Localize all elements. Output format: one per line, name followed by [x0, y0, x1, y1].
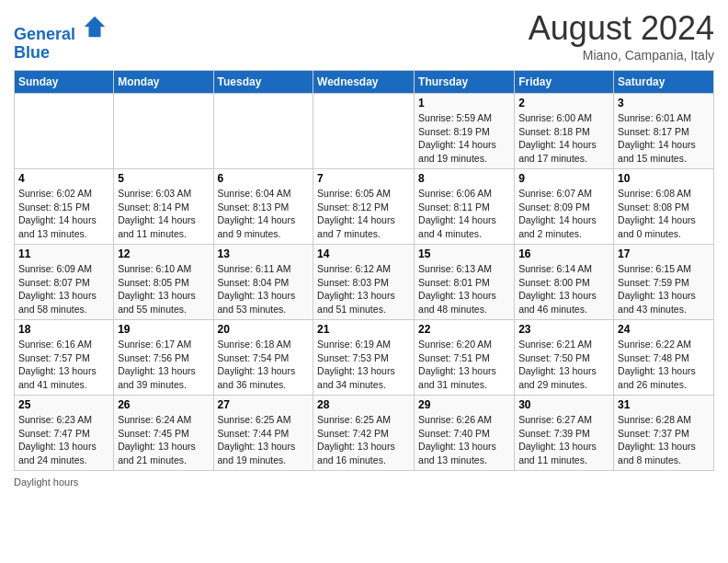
day-number: 25 — [18, 398, 109, 411]
day-cell: 28Sunrise: 6:25 AM Sunset: 7:42 PM Dayli… — [313, 396, 415, 471]
day-number: 31 — [618, 398, 710, 411]
logo-blue: Blue — [14, 43, 50, 62]
day-number: 4 — [18, 172, 109, 185]
day-cell: 9Sunrise: 6:07 AM Sunset: 8:09 PM Daylig… — [515, 169, 614, 245]
day-number: 26 — [118, 398, 209, 411]
header-wednesday: Wednesday — [313, 71, 415, 94]
day-number: 2 — [518, 97, 609, 109]
day-cell: 19Sunrise: 6:17 AM Sunset: 7:56 PM Dayli… — [114, 320, 213, 396]
day-info: Sunrise: 6:25 AM Sunset: 7:44 PM Dayligh… — [218, 413, 310, 467]
week-row-2: 11Sunrise: 6:09 AM Sunset: 8:07 PM Dayli… — [15, 245, 714, 320]
day-cell: 25Sunrise: 6:23 AM Sunset: 7:47 PM Dayli… — [15, 396, 114, 471]
day-number: 7 — [317, 172, 410, 185]
logo-icon — [82, 14, 108, 40]
day-cell: 13Sunrise: 6:11 AM Sunset: 8:04 PM Dayli… — [213, 245, 313, 320]
day-cell: 22Sunrise: 6:20 AM Sunset: 7:51 PM Dayli… — [415, 320, 515, 396]
day-info: Sunrise: 5:59 AM Sunset: 8:19 PM Dayligh… — [418, 111, 510, 166]
day-number: 9 — [518, 172, 609, 185]
day-info: Sunrise: 6:25 AM Sunset: 7:42 PM Dayligh… — [317, 413, 410, 467]
day-number: 28 — [317, 398, 410, 411]
page-header: General Blue August 2024 Miano, Campania… — [14, 9, 714, 63]
calendar-header-row: SundayMondayTuesdayWednesdayThursdayFrid… — [15, 71, 714, 94]
day-number: 8 — [418, 172, 510, 185]
day-info: Sunrise: 6:23 AM Sunset: 7:47 PM Dayligh… — [18, 413, 109, 467]
day-info: Sunrise: 6:00 AM Sunset: 8:18 PM Dayligh… — [518, 111, 609, 166]
day-number: 17 — [618, 247, 710, 260]
day-info: Sunrise: 6:02 AM Sunset: 8:15 PM Dayligh… — [18, 187, 109, 241]
day-info: Sunrise: 6:12 AM Sunset: 8:03 PM Dayligh… — [317, 262, 410, 316]
day-info: Sunrise: 6:03 AM Sunset: 8:14 PM Dayligh… — [118, 187, 209, 241]
header-monday: Monday — [114, 71, 213, 94]
day-number: 5 — [118, 172, 209, 185]
day-number: 22 — [418, 323, 510, 336]
day-cell: 17Sunrise: 6:15 AM Sunset: 7:59 PM Dayli… — [614, 245, 714, 320]
day-number: 27 — [218, 398, 310, 411]
day-number: 1 — [418, 97, 510, 109]
day-cell — [15, 94, 114, 169]
day-cell: 20Sunrise: 6:18 AM Sunset: 7:54 PM Dayli… — [213, 320, 313, 396]
header-friday: Friday — [515, 71, 614, 94]
header-saturday: Saturday — [614, 71, 714, 94]
day-info: Sunrise: 6:13 AM Sunset: 8:01 PM Dayligh… — [418, 262, 510, 316]
day-info: Sunrise: 6:16 AM Sunset: 7:57 PM Dayligh… — [18, 338, 109, 392]
svg-marker-0 — [85, 17, 105, 37]
header-thursday: Thursday — [415, 71, 515, 94]
day-cell: 12Sunrise: 6:10 AM Sunset: 8:05 PM Dayli… — [114, 245, 213, 320]
day-number: 12 — [118, 247, 209, 260]
day-number: 6 — [218, 172, 310, 185]
day-cell — [313, 94, 415, 169]
day-cell: 30Sunrise: 6:27 AM Sunset: 7:39 PM Dayli… — [515, 396, 614, 471]
week-row-4: 25Sunrise: 6:23 AM Sunset: 7:47 PM Dayli… — [15, 396, 714, 471]
week-row-1: 4Sunrise: 6:02 AM Sunset: 8:15 PM Daylig… — [15, 169, 714, 245]
day-number: 11 — [18, 247, 109, 260]
day-info: Sunrise: 6:26 AM Sunset: 7:40 PM Dayligh… — [418, 413, 510, 467]
day-info: Sunrise: 6:09 AM Sunset: 8:07 PM Dayligh… — [18, 262, 109, 316]
day-cell: 27Sunrise: 6:25 AM Sunset: 7:44 PM Dayli… — [213, 396, 313, 471]
day-info: Sunrise: 6:14 AM Sunset: 8:00 PM Dayligh… — [518, 262, 609, 316]
day-cell: 18Sunrise: 6:16 AM Sunset: 7:57 PM Dayli… — [15, 320, 114, 396]
day-info: Sunrise: 6:19 AM Sunset: 7:53 PM Dayligh… — [317, 338, 410, 392]
day-cell: 23Sunrise: 6:21 AM Sunset: 7:50 PM Dayli… — [515, 320, 614, 396]
day-info: Sunrise: 6:07 AM Sunset: 8:09 PM Dayligh… — [518, 187, 609, 241]
logo-general: General — [14, 25, 75, 43]
day-cell: 2Sunrise: 6:00 AM Sunset: 8:18 PM Daylig… — [515, 94, 614, 169]
day-cell: 14Sunrise: 6:12 AM Sunset: 8:03 PM Dayli… — [313, 245, 415, 320]
day-info: Sunrise: 6:04 AM Sunset: 8:13 PM Dayligh… — [218, 187, 310, 241]
day-info: Sunrise: 6:10 AM Sunset: 8:05 PM Dayligh… — [118, 262, 209, 316]
day-number: 15 — [418, 247, 510, 260]
title-block: August 2024 Miano, Campania, Italy — [529, 9, 714, 63]
calendar-table: SundayMondayTuesdayWednesdayThursdayFrid… — [14, 70, 714, 471]
day-info: Sunrise: 6:22 AM Sunset: 7:48 PM Dayligh… — [618, 338, 710, 392]
day-number: 16 — [518, 247, 609, 260]
month-year: August 2024 — [529, 9, 714, 48]
day-info: Sunrise: 6:21 AM Sunset: 7:50 PM Dayligh… — [518, 338, 609, 392]
day-number: 18 — [18, 323, 109, 336]
day-cell: 4Sunrise: 6:02 AM Sunset: 8:15 PM Daylig… — [15, 169, 114, 245]
day-cell: 1Sunrise: 5:59 AM Sunset: 8:19 PM Daylig… — [415, 94, 515, 169]
day-number: 14 — [317, 247, 410, 260]
day-info: Sunrise: 6:24 AM Sunset: 7:45 PM Dayligh… — [118, 413, 209, 467]
day-info: Sunrise: 6:18 AM Sunset: 7:54 PM Dayligh… — [218, 338, 310, 392]
day-cell: 21Sunrise: 6:19 AM Sunset: 7:53 PM Dayli… — [313, 320, 415, 396]
day-cell: 15Sunrise: 6:13 AM Sunset: 8:01 PM Dayli… — [415, 245, 515, 320]
day-cell: 6Sunrise: 6:04 AM Sunset: 8:13 PM Daylig… — [213, 169, 313, 245]
day-number: 23 — [518, 323, 609, 336]
day-info: Sunrise: 6:06 AM Sunset: 8:11 PM Dayligh… — [418, 187, 510, 241]
day-cell: 3Sunrise: 6:01 AM Sunset: 8:17 PM Daylig… — [614, 94, 714, 169]
day-info: Sunrise: 6:11 AM Sunset: 8:04 PM Dayligh… — [218, 262, 310, 316]
day-number: 21 — [317, 323, 410, 336]
day-info: Sunrise: 6:08 AM Sunset: 8:08 PM Dayligh… — [618, 187, 710, 241]
day-number: 29 — [418, 398, 510, 411]
day-cell: 31Sunrise: 6:28 AM Sunset: 7:37 PM Dayli… — [614, 396, 714, 471]
day-cell: 7Sunrise: 6:05 AM Sunset: 8:12 PM Daylig… — [313, 169, 415, 245]
day-info: Sunrise: 6:01 AM Sunset: 8:17 PM Dayligh… — [618, 111, 710, 166]
day-number: 13 — [218, 247, 310, 260]
day-cell: 10Sunrise: 6:08 AM Sunset: 8:08 PM Dayli… — [614, 169, 714, 245]
day-number: 30 — [518, 398, 609, 411]
day-cell — [213, 94, 313, 169]
footer-note: Daylight hours — [14, 477, 714, 488]
week-row-0: 1Sunrise: 5:59 AM Sunset: 8:19 PM Daylig… — [15, 94, 714, 169]
day-cell: 24Sunrise: 6:22 AM Sunset: 7:48 PM Dayli… — [614, 320, 714, 396]
day-info: Sunrise: 6:20 AM Sunset: 7:51 PM Dayligh… — [418, 338, 510, 392]
day-cell — [114, 94, 213, 169]
